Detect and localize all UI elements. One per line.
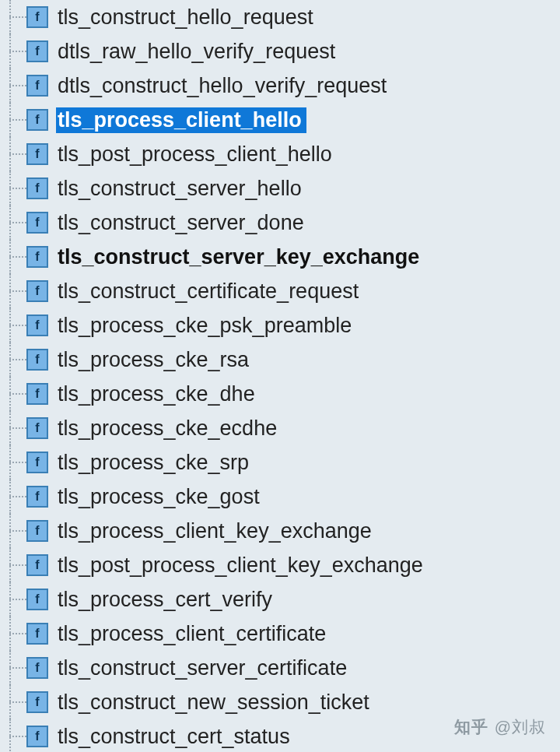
- tree-item[interactable]: tls_process_cke_ecdhe: [5, 411, 560, 445]
- tree-item-label: tls_process_client_hello: [56, 107, 306, 133]
- tree-connector: [5, 240, 26, 274]
- tree-item[interactable]: tls_post_process_client_hello: [5, 137, 560, 171]
- function-icon: [26, 212, 48, 234]
- tree-item[interactable]: tls_process_cke_rsa: [5, 343, 560, 377]
- function-icon: [26, 726, 48, 747]
- function-icon: [26, 486, 48, 508]
- tree-item[interactable]: tls_construct_server_key_exchange: [5, 240, 560, 274]
- tree-item-label: tls_construct_cert_status: [56, 724, 295, 750]
- function-icon: [26, 452, 48, 473]
- tree-connector: [5, 171, 26, 206]
- tree-connector: [5, 0, 26, 34]
- tree-item-label: tls_post_process_client_hello: [56, 142, 337, 167]
- function-icon: [26, 417, 48, 439]
- function-icon: [26, 349, 48, 371]
- tree-connector: [5, 274, 26, 308]
- tree-connector: [5, 582, 26, 617]
- function-icon: [26, 657, 48, 679]
- tree-item[interactable]: tls_process_cke_srp: [5, 445, 560, 480]
- tree-item-label: tls_construct_server_certificate: [56, 655, 352, 681]
- function-icon: [26, 623, 48, 645]
- tree-item[interactable]: tls_construct_certificate_request: [5, 274, 560, 308]
- tree-item[interactable]: tls_process_cert_verify: [5, 582, 560, 617]
- tree-connector: [5, 103, 26, 137]
- function-icon: [26, 143, 48, 165]
- function-icon: [26, 520, 48, 542]
- function-icon: [26, 75, 48, 97]
- tree-connector: [5, 411, 26, 445]
- tree-connector: [5, 69, 26, 103]
- tree-connector: [5, 480, 26, 514]
- tree-item-label: tls_process_cke_rsa: [56, 347, 254, 373]
- function-icon: [26, 246, 48, 268]
- tree-item-label: dtls_construct_hello_verify_request: [56, 73, 391, 99]
- tree-connector: [5, 206, 26, 240]
- tree-item[interactable]: tls_construct_server_done: [5, 206, 560, 240]
- tree-item[interactable]: tls_process_client_hello: [5, 103, 560, 137]
- function-icon: [26, 40, 48, 62]
- tree-connector: [5, 719, 26, 752]
- tree-item-label: tls_construct_server_key_exchange: [56, 244, 424, 270]
- tree-item[interactable]: dtls_construct_hello_verify_request: [5, 69, 560, 103]
- tree-item-label: tls_construct_certificate_request: [56, 279, 363, 304]
- tree-item[interactable]: tls_construct_cert_status: [5, 719, 560, 752]
- tree-item-label: tls_post_process_client_key_exchange: [56, 553, 428, 578]
- tree-item-label: tls_process_cke_psk_preamble: [56, 313, 356, 339]
- tree-item[interactable]: tls_post_process_client_key_exchange: [5, 548, 560, 582]
- tree-item-label: tls_construct_server_hello: [56, 176, 306, 202]
- function-icon: [26, 280, 48, 302]
- tree-connector: [5, 651, 26, 685]
- function-icon: [26, 177, 48, 199]
- tree-item-label: tls_process_client_key_exchange: [56, 518, 376, 544]
- tree-connector: [5, 548, 26, 582]
- tree-connector: [5, 445, 26, 480]
- tree-item[interactable]: tls_process_cke_gost: [5, 480, 560, 514]
- tree-item[interactable]: tls_construct_new_session_ticket: [5, 685, 560, 719]
- tree-item-label: dtls_raw_hello_verify_request: [56, 39, 340, 65]
- tree-item[interactable]: tls_process_cke_dhe: [5, 377, 560, 411]
- tree-item[interactable]: tls_process_client_key_exchange: [5, 514, 560, 548]
- tree-item[interactable]: tls_process_client_certificate: [5, 617, 560, 651]
- tree-item-label: tls_process_client_certificate: [56, 621, 331, 647]
- function-icon: [26, 691, 48, 713]
- tree-item[interactable]: tls_construct_server_hello: [5, 171, 560, 206]
- function-icon: [26, 554, 48, 576]
- tree-item[interactable]: dtls_raw_hello_verify_request: [5, 34, 560, 69]
- tree-connector: [5, 343, 26, 377]
- tree-item-label: tls_construct_hello_request: [56, 5, 318, 30]
- tree-connector: [5, 137, 26, 171]
- function-icon: [26, 109, 48, 131]
- tree-connector: [5, 34, 26, 69]
- tree-item-label: tls_construct_new_session_ticket: [56, 690, 374, 715]
- tree-item-label: tls_construct_server_done: [56, 210, 309, 236]
- tree-connector: [5, 685, 26, 719]
- function-tree: tls_construct_hello_requestdtls_raw_hell…: [0, 0, 560, 752]
- tree-item[interactable]: tls_construct_server_certificate: [5, 651, 560, 685]
- tree-connector: [5, 308, 26, 343]
- tree-item-label: tls_process_cke_dhe: [56, 381, 260, 407]
- tree-connector: [5, 377, 26, 411]
- tree-item-label: tls_process_cke_gost: [56, 484, 264, 510]
- tree-item-label: tls_process_cke_srp: [56, 450, 254, 476]
- function-icon: [26, 315, 48, 336]
- tree-item-label: tls_process_cert_verify: [56, 587, 277, 613]
- tree-item[interactable]: tls_process_cke_psk_preamble: [5, 308, 560, 343]
- tree-item-label: tls_process_cke_ecdhe: [56, 416, 282, 441]
- function-icon: [26, 589, 48, 610]
- function-icon: [26, 383, 48, 405]
- tree-item[interactable]: tls_construct_hello_request: [5, 0, 560, 34]
- tree-connector: [5, 514, 26, 548]
- tree-connector: [5, 617, 26, 651]
- function-icon: [26, 6, 48, 28]
